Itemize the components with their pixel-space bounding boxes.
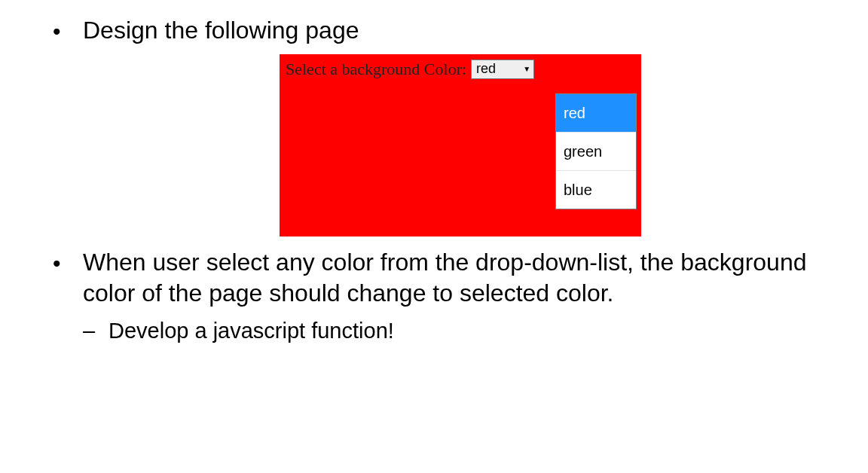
bullet-text-1: Design the following page (83, 17, 359, 44)
embedded-page: Select a background Color: red ▼ red gre… (280, 54, 641, 236)
option-red[interactable]: red (556, 94, 636, 133)
embedded-page-wrapper: Select a background Color: red ▼ red gre… (83, 54, 838, 236)
bullet-text-2: When user select any color from the drop… (83, 249, 806, 307)
option-green[interactable]: green (556, 133, 636, 171)
sub-bullet-text-1: Develop a javascript function! (108, 319, 394, 343)
select-label: Select a background Color: (286, 59, 466, 81)
sub-bullet-1: Develop a javascript function! (83, 317, 838, 346)
color-select[interactable]: red ▼ (471, 60, 534, 79)
bullet-item-2: When user select any color from the drop… (60, 247, 838, 346)
chevron-down-icon: ▼ (523, 64, 530, 74)
option-blue[interactable]: blue (556, 171, 636, 209)
select-value: red (476, 60, 496, 78)
dropdown-options-panel: red green blue (555, 93, 637, 209)
bullet-item-1: Design the following page Select a backg… (60, 15, 838, 236)
prompt-row: Select a background Color: red ▼ (286, 59, 635, 81)
